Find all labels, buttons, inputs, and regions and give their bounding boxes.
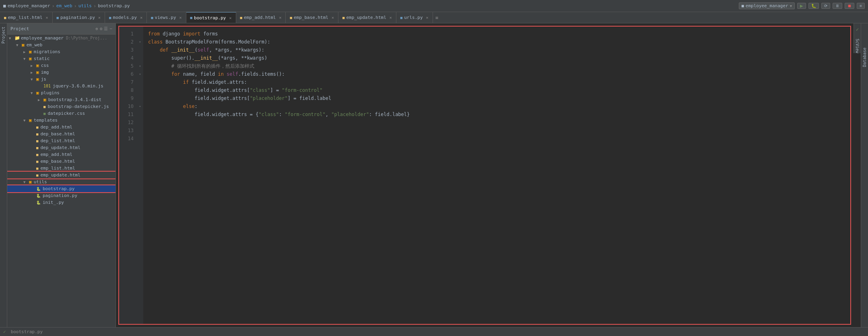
tree-datepicker-css[interactable]: ■ datepicker.css — [7, 110, 115, 117]
tab-label: emp_add.html — [244, 15, 276, 20]
sidebar-icon-globe[interactable]: ⊕ — [95, 26, 98, 31]
run-button[interactable]: ▶ — [797, 3, 806, 9]
emweb-label: em_web — [27, 42, 43, 48]
tree-init-py[interactable]: 🐍 init_.py — [7, 199, 115, 206]
tab-close[interactable]: ✕ — [46, 15, 48, 20]
fold-10 — [137, 78, 143, 86]
sidebar-icon-minus[interactable]: − — [109, 26, 112, 31]
fold-13[interactable]: ▾ — [137, 102, 143, 110]
tab-close[interactable]: ✕ — [179, 15, 182, 20]
tab-emp-update-html[interactable]: ■ emp_update.html ✕ — [338, 12, 396, 23]
static-label: static — [34, 56, 50, 61]
tree-js[interactable]: ▼ ▣ js — [7, 76, 115, 83]
tree-pagination-py[interactable]: 🐍 pagination.py — [7, 192, 115, 199]
tree-static[interactable]: ▼ ▣ static — [7, 55, 115, 62]
sidebar-header: Project ⊕ ⚙ ☰ − — [7, 23, 115, 35]
code-line-11: field.widget.attrs["placeholder"] = fiel… — [148, 94, 850, 102]
tree-jquery[interactable]: 101 jquery-3.6.0.min.js — [7, 83, 115, 89]
tab-close[interactable]: ✕ — [229, 16, 232, 20]
css-folder-icon: ▣ — [36, 63, 39, 68]
emp-update-icon: ■ — [36, 173, 38, 177]
breadcrumb-file: bootstrap.py — [98, 3, 130, 8]
templates-chevron: ▼ — [23, 118, 28, 122]
root-chevron: ▼ — [9, 36, 14, 40]
datepicker-css-label: datepicker.css — [47, 111, 85, 116]
tab-label: views.py — [155, 15, 176, 20]
project-label[interactable]: Project — [1, 27, 6, 44]
line-num-4: 4 — [119, 54, 137, 62]
tab-close[interactable]: ✕ — [426, 15, 429, 20]
tab-emp-add-html[interactable]: ■ emp_add.html ✕ — [236, 12, 286, 23]
tree-root[interactable]: ▼ 📁 employee_manager D:\Python_Proj... — [7, 35, 115, 41]
profile-button[interactable]: ⏸ — [833, 3, 842, 9]
tab-label: models.py — [113, 15, 137, 20]
run-config-chevron: ▼ — [790, 4, 792, 8]
tree-emweb[interactable]: ▼ ▣ em_web — [7, 41, 115, 48]
tab-icon: ■ — [151, 16, 153, 20]
img-label: img — [41, 70, 49, 75]
tab-emp-base-html[interactable]: ■ emp_base.html ✕ — [286, 12, 338, 23]
sidebar-icon-layout[interactable]: ☰ — [104, 26, 108, 31]
init-py-icon: 🐍 — [36, 201, 41, 205]
tree-bootstrap-py[interactable]: 🐍 bootstrap.py — [7, 185, 115, 192]
dep-update-label: dep_update.html — [40, 145, 80, 150]
more-tabs-button[interactable]: ≡ — [433, 12, 441, 23]
coverage-button[interactable]: ⟳ — [821, 3, 830, 9]
fold-4[interactable] — [137, 30, 143, 38]
tree-emp-add[interactable]: ■ emp_add.html — [7, 151, 115, 158]
fold-5[interactable]: ▾ — [137, 38, 143, 46]
css-chevron: ▶ — [31, 64, 35, 68]
scview-label[interactable]: ScView — [855, 39, 860, 53]
tree-img[interactable]: ▶ ▣ img — [7, 69, 115, 76]
breadcrumb-emweb: em_web — [56, 3, 72, 8]
tab-close[interactable]: ✕ — [140, 15, 142, 20]
tree-utils[interactable]: ▼ ▣ utils — [7, 178, 115, 185]
tree-emp-update[interactable]: ■ emp_update.html — [7, 172, 115, 178]
tree-migrations[interactable]: ▶ ▣ migrations — [7, 48, 115, 55]
tab-close[interactable]: ✕ — [332, 15, 334, 20]
code-editor[interactable]: from django import forms class Bootstrap… — [143, 27, 850, 324]
utils-folder-icon: ▣ — [29, 179, 32, 185]
tab-emp-list-html[interactable]: ■ emp_list.html ✕ — [0, 12, 53, 23]
editor-content[interactable]: 1 2 3 4 5 6 7 8 9 10 11 12 13 14 — [116, 23, 854, 327]
tab-close[interactable]: ✕ — [98, 15, 101, 20]
fold-8[interactable]: ▾ — [137, 62, 143, 70]
dep-base-icon: ■ — [36, 132, 38, 136]
plugins-folder-icon: ▣ — [36, 90, 39, 95]
tree-emp-list[interactable]: ■ emp_list.html — [7, 165, 115, 172]
tree-emp-base[interactable]: ■ emp_base.html — [7, 158, 115, 165]
root-label: employee_manager — [21, 35, 64, 41]
emweb-folder-icon: ▣ — [22, 42, 25, 48]
fold-gutter: ▾ ▾ ▾ ▾ — [137, 27, 143, 324]
emp-base-label: emp_base.html — [40, 159, 75, 164]
database-label[interactable]: Database — [862, 48, 867, 67]
tab-close[interactable]: ✕ — [279, 15, 281, 20]
run-config[interactable]: ■ employee_manager ▼ — [739, 2, 795, 9]
fold-9[interactable]: ▾ — [137, 70, 143, 78]
right-panel-container: ✓ ScView — [854, 23, 861, 327]
dep-list-icon: ■ — [36, 139, 38, 143]
tree-templates[interactable]: ▼ ▣ templates — [7, 117, 115, 124]
tree-datepicker-js[interactable]: ■ bootstrap-datepicker.js — [7, 103, 115, 110]
tree-dep-base[interactable]: ■ dep_base.html — [7, 131, 115, 137]
stop-button[interactable]: ⏹ — [845, 3, 854, 9]
sidebar-icon-gear[interactable]: ⚙ — [100, 26, 103, 31]
tree-dep-update[interactable]: ■ dep_update.html — [7, 144, 115, 151]
tab-pagination-py[interactable]: ■ pagination.py ✕ — [53, 12, 105, 23]
more-button[interactable]: ≡ — [857, 3, 865, 9]
tab-views-py[interactable]: ■ views.py ✕ — [147, 12, 186, 23]
tab-label: emp_base.html — [294, 15, 328, 20]
sidebar-header-icons: ⊕ ⚙ ☰ − — [95, 26, 112, 31]
tab-models-py[interactable]: ■ models.py ✕ — [105, 12, 147, 23]
tree-plugins[interactable]: ▼ ▣ plugins — [7, 89, 115, 96]
tree-bootstrap-dist[interactable]: ▶ ▣ bootstrap-3.4.1-dist — [7, 96, 115, 103]
debug-button[interactable]: 🐛 — [808, 3, 819, 9]
tree-css[interactable]: ▶ ▣ css — [7, 62, 115, 69]
tree-dep-list[interactable]: ■ dep_list.html — [7, 137, 115, 144]
tree-dep-add[interactable]: ■ dep_add.html — [7, 124, 115, 131]
tab-close[interactable]: ✕ — [390, 15, 392, 20]
tab-bootstrap-py[interactable]: ■ bootstrap.py ✕ — [186, 12, 236, 23]
tab-urls-py[interactable]: ■ urls.py ✕ — [396, 12, 433, 23]
fold-12 — [137, 94, 143, 102]
right-side-panel: ✓ ScView — [854, 23, 861, 53]
